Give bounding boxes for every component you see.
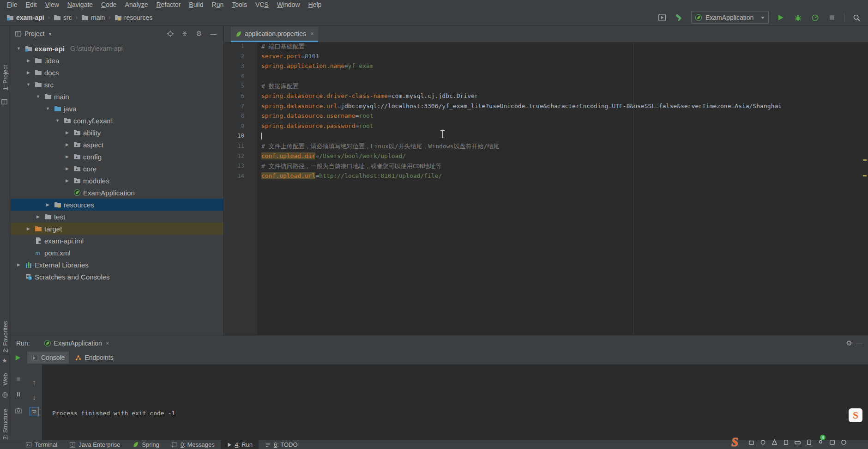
editor-code[interactable]: # 端口基础配置server.port=8101spring.applicati… <box>261 42 863 335</box>
code-line-5[interactable]: # 数据库配置 <box>261 82 863 92</box>
tree-collapse-arrow[interactable]: ▼ <box>25 82 32 87</box>
code-line-13[interactable]: # 文件访问路径，一般为当前接口地址，或者您可以使用CDN地址等 <box>261 162 863 172</box>
menu-item-edit[interactable]: Edit <box>22 1 41 8</box>
menu-item-view[interactable]: View <box>41 1 63 8</box>
tree-item-com-yf-exam[interactable]: ▼com.yf.exam <box>11 115 223 127</box>
code-line-7[interactable]: spring.datasource.url=jdbc:mysql://local… <box>261 103 863 113</box>
tool-window-tab-web[interactable]: Web <box>2 373 9 386</box>
input-method-logo[interactable]: S <box>731 435 738 449</box>
briefcase-icon[interactable] <box>748 439 755 446</box>
breadcrumb-main[interactable]: main <box>79 13 107 22</box>
code-line-1[interactable]: # 端口基础配置 <box>261 42 863 53</box>
menu-item-file[interactable]: File <box>3 1 22 8</box>
tree-item-src[interactable]: ▼src <box>11 79 223 91</box>
clipboard-icon[interactable] <box>806 439 813 446</box>
tool-window-tab-7-structure[interactable]: 7: Structure <box>2 408 9 439</box>
console-tab-console[interactable]: Console <box>27 352 69 364</box>
tree-item-external-libraries[interactable]: ▶External Libraries <box>11 259 223 271</box>
gutter-line-number[interactable]: 2 <box>224 53 257 63</box>
console-tab-endpoints[interactable]: Endpoints <box>71 352 117 364</box>
gutter-line-number[interactable]: 7 <box>224 103 257 113</box>
tree-item-config[interactable]: ▶config <box>11 151 223 163</box>
soft-wrap-icon[interactable] <box>30 407 39 416</box>
settings-icon[interactable]: ⚙ <box>193 29 205 39</box>
menu-item-vcs[interactable]: VCS <box>251 1 273 8</box>
breadcrumb-exam-api[interactable]: exam-api <box>5 13 46 22</box>
gutter-line-number[interactable]: 1 <box>224 42 257 53</box>
tree-item-resources[interactable]: ▶resources <box>11 199 223 211</box>
tool-window-tab-project[interactable]: 1: Project <box>2 65 9 91</box>
menu-item-refactor[interactable]: Refactor <box>152 1 185 8</box>
status-item-spring[interactable]: Spring <box>126 440 165 449</box>
tree-expand-arrow[interactable]: ▶ <box>15 262 22 267</box>
menu-item-tools[interactable]: Tools <box>228 1 251 8</box>
menu-item-help[interactable]: Help <box>304 1 326 8</box>
warning-stripe-mark[interactable] <box>863 159 867 161</box>
menu-item-build[interactable]: Build <box>185 1 207 8</box>
status-item-4-run[interactable]: 4: Run <box>221 440 259 449</box>
settings-small-icon[interactable] <box>840 439 847 446</box>
tree-item-idea[interactable]: ▶.idea <box>11 55 223 67</box>
search-everywhere-icon[interactable] <box>851 12 862 23</box>
tree-collapse-arrow[interactable]: ▼ <box>54 118 61 123</box>
tool-window-tab-2-favorites[interactable]: 2: Favorites <box>2 321 9 352</box>
hide-panel-icon[interactable]: — <box>854 338 864 348</box>
status-item-java-enterprise[interactable]: Java Enterprise <box>63 440 126 449</box>
rerun-icon[interactable] <box>11 354 24 361</box>
tree-expand-arrow[interactable]: ▶ <box>64 154 71 159</box>
gutter-line-number[interactable]: 6 <box>224 92 257 103</box>
gutter-line-number[interactable]: 8 <box>224 112 257 122</box>
hide-icon[interactable]: — <box>208 29 219 39</box>
gutter-line-number[interactable]: 12 <box>224 152 257 163</box>
breadcrumb-src[interactable]: src <box>52 13 74 22</box>
profiler-icon[interactable] <box>810 12 820 23</box>
tree-expand-arrow[interactable]: ▶ <box>64 178 71 183</box>
menu-item-run[interactable]: Run <box>208 1 228 8</box>
pen-icon[interactable] <box>783 439 790 446</box>
code-line-2[interactable]: server.port=8101 <box>261 53 863 63</box>
gutter-line-number[interactable]: 14 <box>224 172 257 182</box>
tree-item-modules[interactable]: ▶modules <box>11 175 223 187</box>
run-anything-icon[interactable] <box>657 12 667 23</box>
status-item-6-todo[interactable]: 6: TODO <box>259 440 304 449</box>
up-arrow-icon[interactable]: ↑ <box>32 378 36 386</box>
code-line-10[interactable] <box>261 132 863 142</box>
tree-item-java[interactable]: ▼java <box>11 103 223 115</box>
warning-stripe-mark[interactable] <box>863 175 867 176</box>
collapse-all-icon[interactable] <box>179 29 190 39</box>
tree-expand-arrow[interactable]: ▶ <box>25 58 32 63</box>
close-icon[interactable]: × <box>310 30 314 37</box>
gutter-line-number[interactable]: 4 <box>224 73 257 83</box>
status-item-0-messages[interactable]: 0: Messages <box>165 440 221 449</box>
tree-collapse-arrow[interactable]: ▼ <box>44 106 51 111</box>
code-line-4[interactable] <box>261 73 863 83</box>
menu-item-navigate[interactable]: Navigate <box>63 1 97 8</box>
screenshot-icon[interactable] <box>15 407 22 414</box>
gutter-line-number[interactable]: 3 <box>224 62 257 73</box>
tree-expand-arrow[interactable]: ▶ <box>64 166 71 171</box>
down-arrow-icon[interactable]: ↓ <box>32 393 36 401</box>
tree-item-exam-api-iml[interactable]: exam-api.iml <box>11 235 223 247</box>
editor-tab-application-properties[interactable]: application.properties × <box>231 27 318 42</box>
code-line-3[interactable]: spring.application.name=yf_exam <box>261 62 863 73</box>
tree-item-ability[interactable]: ▶ability <box>11 127 223 139</box>
breadcrumb-resources[interactable]: resources <box>113 13 154 22</box>
tree-expand-arrow[interactable]: ▶ <box>35 214 42 219</box>
tree-item-target[interactable]: ▶target <box>11 223 223 235</box>
floating-app-icon[interactable]: S <box>849 408 862 422</box>
code-line-14[interactable]: conf.upload.url=http://localhost:8101/up… <box>261 172 863 182</box>
favorites-star-icon[interactable]: ★ <box>2 357 7 364</box>
gutter-line-number[interactable]: 5 <box>224 82 257 92</box>
tree-expand-arrow[interactable]: ▶ <box>44 202 51 207</box>
chevron-down-icon[interactable]: ▼ <box>48 31 53 36</box>
tree-expand-arrow[interactable]: ▶ <box>25 70 32 75</box>
tree-item-pom-xml[interactable]: mpom.xml <box>11 247 223 259</box>
tree-item-scratches-and-consoles[interactable]: Scratches and Consoles <box>11 271 223 283</box>
gutter-line-number[interactable]: 11 <box>224 142 257 152</box>
tree-expand-arrow[interactable]: ▶ <box>64 142 71 147</box>
code-line-11[interactable]: # 文件上传配置，请必须填写绝对位置，Linux以/开头结尾，Windows以盘… <box>261 142 863 152</box>
puzzle-icon[interactable] <box>829 439 836 446</box>
tree-collapse-arrow[interactable]: ▼ <box>15 46 22 51</box>
tree-item-examapplication[interactable]: ExamApplication <box>11 187 223 199</box>
menu-item-window[interactable]: Window <box>273 1 304 8</box>
